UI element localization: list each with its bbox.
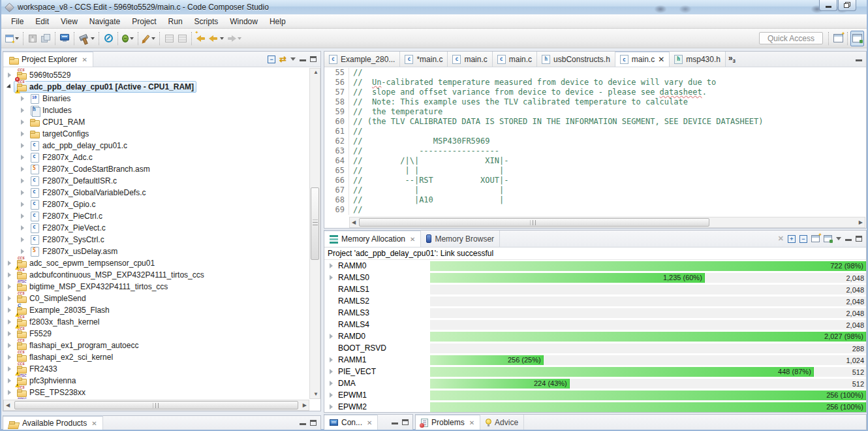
title-bar[interactable]: workspace_v8 - CCS Edit - 5969to5529/mai… <box>1 0 867 14</box>
code-line[interactable]: 62// MSP430FR5969 <box>324 136 865 146</box>
tree-item[interactable]: cF2807x_Adc.c <box>4 152 309 163</box>
minimize-view-icon[interactable] <box>300 423 306 425</box>
menu-item-view[interactable]: View <box>55 16 84 27</box>
tree-item[interactable]: CCSadc_soc_epwm_tempsensor_cpu01 <box>4 257 309 269</box>
tree-item-body[interactable]: hIncludes <box>27 104 74 116</box>
tree-item[interactable]: cF2807x_Gpio.c <box>4 199 309 210</box>
memory-row-ramm0[interactable]: RAMM0722 (98%) <box>324 260 866 272</box>
menu-item-project[interactable]: Project <box>126 16 162 27</box>
restore-window-button[interactable] <box>838 0 856 11</box>
menu-item-scripts[interactable]: Scripts <box>189 16 225 27</box>
tree-item[interactable]: CCSf2803x_flash_kernel <box>4 316 309 328</box>
tab-overflow-chevron[interactable]: »3 <box>728 54 736 64</box>
tree-item[interactable]: CCSFR2433 <box>4 363 309 375</box>
tree-item[interactable]: cadc_ppb_delay_cpu01.c <box>4 140 309 152</box>
editor-tab-mainc[interactable]: cmain.c <box>493 52 537 67</box>
tree-item-body[interactable]: cF2807x_PieVect.c <box>27 222 108 234</box>
debug-button[interactable] <box>121 31 135 46</box>
tree-item-body[interactable]: cF2807x_PieCtrl.c <box>27 210 105 222</box>
save-all-button[interactable] <box>39 31 52 46</box>
tree-item-body[interactable]: CCSadcbufcontinuous_MSP_EXP432P4111_tirt… <box>14 269 207 281</box>
minimize-view-icon[interactable] <box>392 423 398 424</box>
menu-item-help[interactable]: Help <box>264 16 292 27</box>
memory-row-ramls3[interactable]: RAMLS32,048 <box>324 307 866 319</box>
close-icon[interactable]: ✕ <box>82 56 87 63</box>
tab-available-products[interactable]: Available Products ✕ <box>3 415 103 430</box>
twistie-icon[interactable] <box>21 131 24 136</box>
editor-tab-mainc[interactable]: cmain.c✕ <box>615 51 670 67</box>
tab-advice[interactable]: Advice <box>480 415 524 430</box>
twistie-icon[interactable] <box>7 84 12 89</box>
twistie-icon[interactable] <box>330 392 333 398</box>
collapse-all-icon[interactable]: − <box>268 56 275 63</box>
code-line[interactable]: 67// | | <box>324 185 865 195</box>
forward-button[interactable] <box>225 31 243 46</box>
tree-item-body[interactable]: CCSflashapi_ex2_sci_kernel <box>14 351 116 363</box>
tree-item-body[interactable]: RTSC <box>14 398 32 399</box>
tree-item-body[interactable]: CPU1_RAM <box>27 116 87 128</box>
memory-row-epwm2[interactable]: EPWM2256 (100%) <box>324 401 866 412</box>
tree-item[interactable]: RTSC <box>4 398 309 399</box>
editor-tab-example280[interactable]: cExample_280... <box>324 52 400 67</box>
twistie-icon[interactable] <box>330 381 333 386</box>
memory-row-ramls1[interactable]: RAMLS12,048 <box>324 283 866 295</box>
code-line[interactable]: 63// ----------------- <box>324 146 865 156</box>
menu-item-file[interactable]: File <box>5 16 29 27</box>
twistie-icon[interactable] <box>21 190 24 195</box>
twistie-icon[interactable] <box>8 308 11 313</box>
connect-target-button[interactable] <box>163 31 176 46</box>
close-icon[interactable]: ✕ <box>91 420 97 427</box>
tree-item-body[interactable]: cF2807x_Adc.c <box>27 152 95 163</box>
twistie-icon[interactable] <box>21 167 24 172</box>
maximize-view-icon[interactable] <box>402 419 409 425</box>
minimize-view-icon[interactable] <box>845 239 852 241</box>
twistie-icon[interactable] <box>8 355 11 360</box>
tab-memory-browser[interactable]: Memory Browser <box>421 231 500 247</box>
twistie-icon[interactable] <box>330 263 333 268</box>
tree-item[interactable]: CCSadcbufcontinuous_MSP_EXP432P4111_tirt… <box>4 269 309 281</box>
tree-item-body[interactable]: CExample_28035_Flash <box>14 304 112 316</box>
code-line[interactable]: 64// /|\| XIN|- <box>324 156 865 166</box>
new-view-icon[interactable] <box>811 235 820 242</box>
tree-item[interactable]: 10Binaries <box>4 93 309 104</box>
tree-item[interactable]: CCSflashapi_ex1_program_autoecc <box>4 340 309 351</box>
ccs-edit-perspective-button[interactable] <box>850 31 864 46</box>
tree-item-body[interactable]: targetConfigs <box>27 128 91 140</box>
tree-item[interactable]: cF2807x_PieVect.c <box>4 222 309 234</box>
tree-item[interactable]: cF2807x_PieCtrl.c <box>4 210 309 222</box>
twistie-icon[interactable] <box>330 404 333 409</box>
twistie-icon[interactable] <box>21 143 24 148</box>
last-edit-location-button[interactable] <box>194 31 208 46</box>
code-line[interactable]: 61// <box>324 127 865 136</box>
tab-project-explorer[interactable]: Project Explorer ✕ <box>3 51 93 67</box>
expand-all-icon[interactable]: + <box>788 235 796 243</box>
twistie-icon[interactable] <box>8 272 11 278</box>
editor-tab-usbconstructsh[interactable]: husbConstructs.h <box>537 52 615 67</box>
tree-item[interactable]: CPU1_RAM <box>4 116 309 128</box>
pin-view-icon[interactable] <box>824 235 832 242</box>
tree-item[interactable]: cF2807x_DefaultISR.c <box>4 175 309 187</box>
tree-item-body[interactable]: RTSCbigtime_MSP_EXP432P4111_tirtos_ccs <box>14 281 170 293</box>
tree-item[interactable]: SF2807x_CodeStartBranch.asm <box>4 163 309 175</box>
memory-row-ramls2[interactable]: RAMLS22,048 <box>324 295 866 307</box>
twistie-icon[interactable] <box>21 108 24 113</box>
twistie-icon[interactable] <box>21 249 24 254</box>
tree-item-body[interactable]: cF2807x_SysCtrl.c <box>27 234 107 246</box>
tree-item-body[interactable]: cF2807x_GlobalVariableDefs.c <box>27 187 149 199</box>
tree-item-body[interactable]: CCSf2803x_flash_kernel <box>14 316 102 328</box>
back-button[interactable] <box>208 31 225 46</box>
twistie-icon[interactable] <box>21 202 24 207</box>
memory-row-ramm1[interactable]: RAMM1256 (25%)1,024 <box>324 354 866 366</box>
twistie-icon[interactable] <box>21 96 24 101</box>
new-file-button[interactable] <box>4 31 20 46</box>
memory-row-ramls0[interactable]: RAMLS01,235 (60%)2,048 <box>324 272 866 283</box>
memory-row-pie_vect[interactable]: PIE_VECT448 (87%)512 <box>324 366 866 377</box>
minimize-view-icon[interactable] <box>856 59 862 61</box>
twistie-icon[interactable] <box>21 214 24 219</box>
new-target-config-button[interactable] <box>58 31 71 46</box>
twistie-icon[interactable] <box>8 378 11 383</box>
editor-tab-mainc[interactable]: cmain.c <box>448 52 492 67</box>
code-line[interactable]: 55// <box>324 68 865 78</box>
memory-row-epwm1[interactable]: EPWM1256 (100%) <box>324 389 866 401</box>
tree-item-body[interactable]: CCSadc_soc_epwm_tempsensor_cpu01 <box>14 257 157 269</box>
